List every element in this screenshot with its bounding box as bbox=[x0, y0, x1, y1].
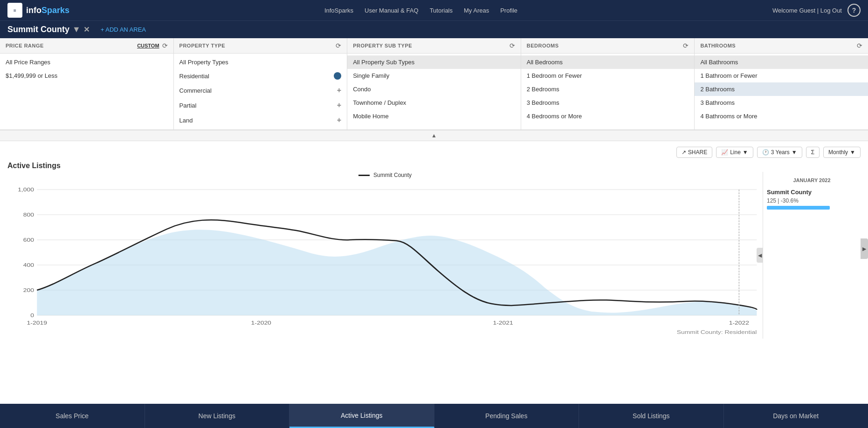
subtype-all[interactable]: All Property Sub Types bbox=[347, 55, 521, 69]
chart-legend: Summit County bbox=[7, 172, 763, 178]
property-type-reset-icon[interactable]: ⟳ bbox=[336, 42, 341, 49]
property-subtype-items: All Property Sub Types Single Family Con… bbox=[347, 54, 521, 125]
logo-icon: ≡ bbox=[7, 3, 22, 18]
chart-svg-container: 1,000 800 600 400 200 0 1-2019 1-2020 1-… bbox=[7, 180, 763, 339]
bedrooms-3[interactable]: 3 Bedrooms bbox=[521, 96, 695, 109]
add-area-button[interactable]: + ADD AN AREA bbox=[97, 25, 150, 34]
panel-region-item: Summit County 125 | -30.6% bbox=[767, 185, 857, 213]
area-selector: Summit County ▼ ✕ bbox=[7, 25, 90, 34]
bathrooms-all[interactable]: All Bathrooms bbox=[695, 55, 868, 69]
logo: ≡ infoSparks bbox=[7, 3, 69, 18]
property-type-label: PROPERTY TYPE bbox=[179, 43, 226, 48]
subtype-single-family[interactable]: Single Family bbox=[347, 69, 521, 82]
header: ≡ infoSparks InfoSparks User Manual & FA… bbox=[0, 0, 868, 20]
bathrooms-label: BATHROOMS bbox=[700, 43, 736, 48]
area-close-icon[interactable]: ✕ bbox=[83, 25, 90, 34]
panel-collapse-icon[interactable]: ◀ bbox=[757, 248, 763, 263]
bathrooms-2[interactable]: 2 Bathrooms bbox=[695, 82, 868, 96]
chart-with-sidebar: Summit County 1,000 800 600 400 bbox=[7, 172, 861, 339]
svg-text:400: 400 bbox=[23, 262, 34, 268]
legend-label: Summit County bbox=[373, 172, 412, 178]
filters-row: PRICE RANGE CUSTOM ⟳ All Price Ranges $1… bbox=[0, 38, 868, 130]
partial-expand-icon[interactable]: + bbox=[337, 101, 341, 109]
tab-sold-listings[interactable]: Sold Listings bbox=[579, 404, 724, 428]
nav-tutorials[interactable]: Tutorials bbox=[430, 7, 453, 14]
price-range-filter: PRICE RANGE CUSTOM ⟳ All Price Ranges $1… bbox=[0, 38, 174, 129]
svg-text:800: 800 bbox=[23, 212, 34, 217]
nav-profile[interactable]: Profile bbox=[500, 7, 517, 14]
nav-my-areas[interactable]: My Areas bbox=[464, 7, 489, 14]
bedrooms-1-fewer[interactable]: 1 Bedroom or Fewer bbox=[521, 69, 695, 82]
nav-infosparks[interactable]: InfoSparks bbox=[324, 7, 353, 14]
svg-text:1-2021: 1-2021 bbox=[493, 320, 513, 326]
years-chevron-icon: ▼ bbox=[792, 149, 797, 156]
property-type-items: All Property Types Residential Commercia… bbox=[174, 54, 347, 129]
bedrooms-reset-icon[interactable]: ⟳ bbox=[683, 42, 689, 49]
chart-right-panel: ◀ JANUARY 2022 Summit County 125 | -30.6… bbox=[763, 172, 861, 339]
property-subtype-filter: PROPERTY SUB TYPE ⟳ All Property Sub Typ… bbox=[347, 38, 521, 129]
chart-type-button[interactable]: 📈 Line ▼ bbox=[716, 147, 753, 158]
panel-region-bar bbox=[767, 206, 830, 210]
subtype-mobile-home[interactable]: Mobile Home bbox=[347, 109, 521, 123]
sigma-button[interactable]: Σ bbox=[806, 147, 820, 158]
price-all-ranges[interactable]: All Price Ranges bbox=[0, 55, 173, 69]
bedrooms-4-more[interactable]: 4 Bedrooms or More bbox=[521, 109, 695, 123]
price-range-header: PRICE RANGE CUSTOM ⟳ bbox=[0, 38, 173, 54]
panel-date-title: JANUARY 2022 bbox=[767, 176, 857, 185]
chart-main: Summit County 1,000 800 600 400 bbox=[7, 172, 763, 339]
tab-pending-sales[interactable]: Pending Sales bbox=[434, 404, 579, 428]
svg-text:Summit County: Residential: Summit County: Residential bbox=[677, 329, 757, 335]
share-button[interactable]: ↗ SHARE bbox=[676, 147, 712, 158]
property-subtype-header: PROPERTY SUB TYPE ⟳ bbox=[347, 38, 521, 54]
bottom-tabs: Sales Price New Listings Active Listings… bbox=[0, 404, 868, 428]
land-expand-icon[interactable]: + bbox=[337, 116, 341, 124]
price-range-label: PRICE RANGE bbox=[6, 43, 44, 48]
property-type-header: PROPERTY TYPE ⟳ bbox=[174, 38, 347, 54]
panel-region-name: Summit County bbox=[767, 189, 857, 196]
bathrooms-3[interactable]: 3 Bathrooms bbox=[695, 96, 868, 109]
line-chart-icon: 📈 bbox=[721, 149, 728, 156]
filters-collapse-button[interactable]: ▲ bbox=[0, 130, 868, 141]
header-right: Welcome Guest | Log Out ? bbox=[772, 4, 861, 17]
help-button[interactable]: ? bbox=[847, 4, 861, 17]
price-1499999[interactable]: $1,499,999 or Less bbox=[0, 69, 173, 82]
bathrooms-4-more[interactable]: 4 Bathrooms or More bbox=[695, 109, 868, 123]
property-type-commercial[interactable]: Commercial + bbox=[174, 83, 347, 98]
panel-region-stats: 125 | -30.6% bbox=[767, 197, 857, 204]
property-subtype-label: PROPERTY SUB TYPE bbox=[353, 43, 412, 48]
svg-text:0: 0 bbox=[30, 313, 34, 318]
subtype-condo[interactable]: Condo bbox=[347, 82, 521, 96]
commercial-expand-icon[interactable]: + bbox=[337, 86, 341, 95]
top-bar: Summit County ▼ ✕ + ADD AN AREA bbox=[0, 20, 868, 38]
svg-text:600: 600 bbox=[23, 237, 34, 243]
tab-new-listings[interactable]: New Listings bbox=[145, 404, 290, 428]
tab-days-on-market[interactable]: Days on Market bbox=[724, 404, 868, 428]
bathrooms-reset-icon[interactable]: ⟳ bbox=[857, 42, 862, 49]
area-name: Summit County bbox=[7, 25, 69, 34]
bathrooms-filter: BATHROOMS ⟳ All Bathrooms 1 Bathroom or … bbox=[695, 38, 868, 129]
nav-user-manual[interactable]: User Manual & FAQ bbox=[365, 7, 419, 14]
right-expand-icon[interactable]: ▶ bbox=[861, 238, 868, 259]
legend-line-icon bbox=[358, 175, 370, 176]
property-type-residential[interactable]: Residential bbox=[174, 69, 347, 83]
svg-text:1-2019: 1-2019 bbox=[27, 320, 47, 326]
bathrooms-1-fewer[interactable]: 1 Bathroom or Fewer bbox=[695, 69, 868, 82]
property-subtype-reset-icon[interactable]: ⟳ bbox=[510, 42, 515, 49]
bedrooms-label: BEDROOMS bbox=[527, 43, 559, 48]
years-button[interactable]: 🕐 3 Years ▼ bbox=[757, 147, 802, 158]
chart-title: Active Listings bbox=[7, 162, 861, 170]
property-type-partial[interactable]: Partial + bbox=[174, 98, 347, 113]
area-chevron-icon[interactable]: ▼ bbox=[72, 25, 81, 34]
period-button[interactable]: Monthly ▼ bbox=[823, 147, 861, 158]
price-range-reset-icon[interactable]: ⟳ bbox=[162, 42, 168, 49]
subtype-townhome[interactable]: Townhome / Duplex bbox=[347, 96, 521, 109]
period-chevron-icon: ▼ bbox=[850, 149, 855, 156]
clock-icon: 🕐 bbox=[762, 149, 769, 156]
tab-sales-price[interactable]: Sales Price bbox=[0, 404, 145, 428]
bedrooms-2[interactable]: 2 Bedrooms bbox=[521, 82, 695, 96]
property-type-all[interactable]: All Property Types bbox=[174, 55, 347, 69]
filters-section: PRICE RANGE CUSTOM ⟳ All Price Ranges $1… bbox=[0, 38, 868, 141]
bedrooms-all[interactable]: All Bedrooms bbox=[521, 55, 695, 69]
tab-active-listings[interactable]: Active Listings bbox=[289, 404, 434, 428]
property-type-land[interactable]: Land + bbox=[174, 113, 347, 128]
